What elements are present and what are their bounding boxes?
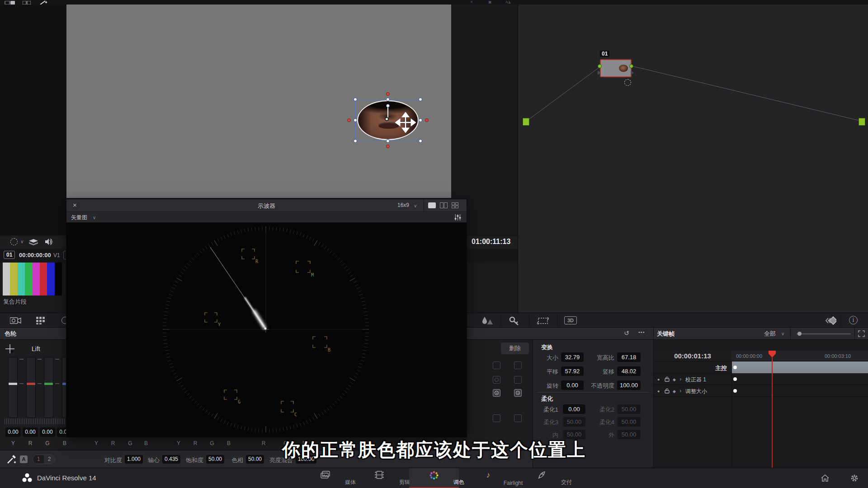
- scopes-window[interactable]: × 示波器 16x9 ∨ 矢量图 ∨: [66, 199, 467, 437]
- handle-sw[interactable]: [354, 139, 357, 143]
- grab-still-icon[interactable]: [825, 316, 836, 325]
- handle-ellipse-top[interactable]: [386, 104, 390, 108]
- softness-handle-left[interactable]: [347, 118, 351, 122]
- handle-ne[interactable]: [419, 98, 422, 101]
- clip-thumbnail-colorbars[interactable]: [3, 263, 62, 296]
- tab-color[interactable]: 调色: [409, 468, 459, 488]
- camera-compare-icon[interactable]: ▣: [488, 0, 492, 4]
- lift-r-value[interactable]: 0.00: [23, 427, 38, 437]
- more-options-icon[interactable]: •••: [638, 329, 645, 335]
- handle-s[interactable]: [386, 139, 390, 143]
- softness-handle-top[interactable]: [386, 92, 390, 96]
- scope-mode-dropdown[interactable]: 矢量图: [71, 214, 87, 221]
- handle-n[interactable]: [386, 98, 390, 101]
- home-icon[interactable]: [821, 474, 830, 482]
- node-input-triangle[interactable]: [598, 70, 601, 75]
- lift-y-value[interactable]: 0.00: [5, 427, 21, 437]
- lock-icon[interactable]: [665, 376, 670, 382]
- rotate-value[interactable]: 0.00: [561, 380, 584, 390]
- soft1-value[interactable]: 0.00: [563, 404, 585, 414]
- tab-deliver[interactable]: 交付: [517, 468, 566, 488]
- window-shape-circle-toggle[interactable]: [514, 389, 522, 397]
- gear-icon[interactable]: [850, 474, 859, 483]
- expand-icon[interactable]: [858, 330, 865, 337]
- track-enable-dot[interactable]: ●: [657, 389, 660, 394]
- auto-badge[interactable]: A: [20, 455, 28, 463]
- scope-layout-single-icon[interactable]: [428, 202, 436, 208]
- clip-index-badge[interactable]: 01: [4, 251, 15, 259]
- expand-track-arrow[interactable]: ›: [679, 375, 681, 382]
- expand-track-arrow[interactable]: ›: [679, 387, 681, 394]
- info-icon[interactable]: i: [849, 316, 858, 324]
- power-window-icon[interactable]: [10, 238, 18, 245]
- track-enable-dot[interactable]: ●: [657, 377, 660, 382]
- window-shape-circle[interactable]: [493, 389, 500, 397]
- softness-handle-bottom[interactable]: [386, 145, 390, 148]
- page-toggle[interactable]: 1 2: [33, 455, 55, 464]
- soft2-value[interactable]: 50.00: [617, 404, 641, 414]
- handle-e[interactable]: [419, 118, 422, 122]
- keyframe-track-sizing[interactable]: ● ◆ › 调整大小: [654, 385, 868, 397]
- chevron-down-icon[interactable]: ∨: [20, 239, 24, 244]
- page-2-button[interactable]: 2: [44, 455, 55, 464]
- tab-edit[interactable]: 剪辑: [355, 468, 405, 488]
- tab-fairlight[interactable]: ♪ Fairlight: [463, 468, 513, 488]
- tilt-value[interactable]: 48.02: [617, 366, 641, 376]
- node-input-dot[interactable]: [598, 64, 602, 68]
- window-shape-linear-toggle[interactable]: [514, 361, 522, 369]
- keyframe-dot[interactable]: [733, 366, 737, 369]
- lock-icon[interactable]: [665, 388, 670, 394]
- scope-layout-two-icon[interactable]: [440, 202, 448, 208]
- pivot-value[interactable]: 0.435: [162, 455, 180, 464]
- chevron-down-icon[interactable]: ∨: [93, 215, 96, 220]
- output-node[interactable]: [859, 118, 865, 126]
- window-center-handle[interactable]: [385, 117, 389, 121]
- scope-aspect-dropdown[interactable]: 16x9: [397, 202, 409, 208]
- layers-icon[interactable]: [29, 239, 38, 246]
- lift-y-slider[interactable]: [8, 357, 18, 418]
- lift-r-slider[interactable]: [26, 357, 36, 418]
- handle-se[interactable]: [419, 139, 422, 143]
- window-shape-linear[interactable]: [493, 361, 500, 369]
- scope-settings-icon[interactable]: [454, 214, 461, 221]
- keyframe-track-corrector1[interactable]: ● ◆ › 校正器 1: [654, 373, 868, 385]
- scopes-titlebar[interactable]: × 示波器 16x9 ∨: [66, 199, 467, 211]
- keyframe-playhead-line[interactable]: [772, 353, 773, 468]
- window-shape-polygon[interactable]: [493, 376, 500, 384]
- tab-media[interactable]: 媒体: [301, 468, 350, 488]
- window-shape-polygon-toggle[interactable]: [514, 376, 522, 384]
- master-track-bar[interactable]: [731, 361, 868, 373]
- keyframe-dot[interactable]: [733, 389, 737, 393]
- soft3-value[interactable]: 50.00: [563, 417, 585, 427]
- aspect-value[interactable]: 67.18: [617, 352, 641, 362]
- blur-palette-icon[interactable]: [481, 316, 494, 325]
- pan-value[interactable]: 57.92: [561, 366, 584, 376]
- sparkle-icon[interactable]: ✳: [470, 0, 473, 4]
- softness-handle-right[interactable]: [425, 118, 429, 122]
- soft4-value[interactable]: 50.00: [617, 417, 641, 427]
- reset-icon[interactable]: ↺: [624, 329, 629, 337]
- delete-window-button[interactable]: 删除: [501, 343, 529, 354]
- stereo-3d-palette-icon[interactable]: 3D: [564, 316, 577, 324]
- chevron-down-icon[interactable]: ∨: [781, 331, 784, 336]
- keyframe-zoom-slider-knob[interactable]: [797, 332, 802, 336]
- lift-g-slider[interactable]: [44, 357, 53, 418]
- keyframe-track-master[interactable]: 主控: [654, 361, 868, 373]
- keyer-palette-icon[interactable]: [509, 316, 519, 325]
- handle-nw[interactable]: [354, 98, 357, 101]
- contrast-value[interactable]: 1.000: [125, 455, 143, 464]
- corrector-node-01[interactable]: [600, 59, 632, 77]
- grid-icon[interactable]: [23, 1, 31, 5]
- page-1-button[interactable]: 1: [33, 455, 44, 464]
- node-output-dot[interactable]: [629, 64, 633, 68]
- fine-adjust-strip[interactable]: [5, 418, 66, 424]
- ab-compare-icon[interactable]: A◮: [505, 0, 511, 4]
- node-output-triangle[interactable]: [631, 70, 634, 75]
- camera-icon[interactable]: [10, 316, 22, 325]
- lift-g-value[interactable]: 0.00: [40, 427, 55, 437]
- window-shape-curve[interactable]: [493, 414, 500, 422]
- speaker-icon[interactable]: [44, 238, 52, 246]
- keyframe-filter-dropdown[interactable]: 全部: [764, 330, 776, 338]
- keyframe-diamond-icon[interactable]: ◆: [673, 377, 676, 382]
- chevron-down-icon[interactable]: ∨: [414, 203, 417, 208]
